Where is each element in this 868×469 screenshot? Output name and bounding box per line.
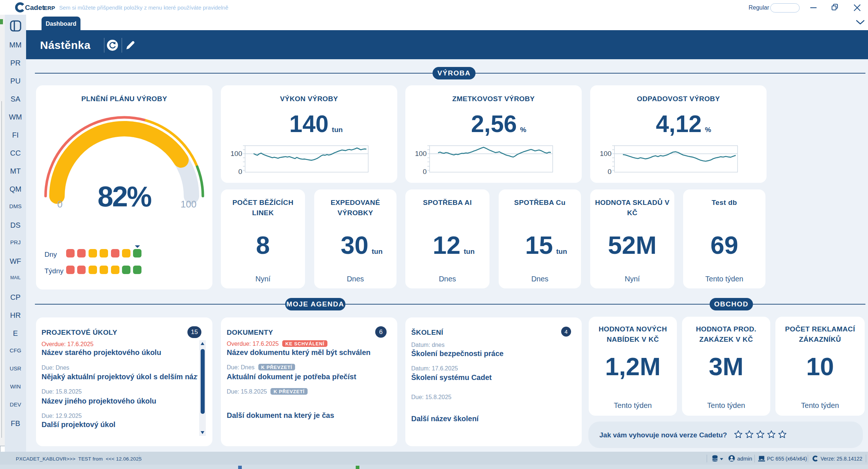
svg-text:0: 0	[607, 168, 611, 175]
svg-text:100: 100	[415, 150, 427, 157]
svg-text:100: 100	[230, 150, 242, 157]
svg-text:0: 0	[423, 168, 427, 175]
svg-text:100: 100	[600, 150, 611, 157]
svg-text:0: 0	[238, 168, 242, 175]
